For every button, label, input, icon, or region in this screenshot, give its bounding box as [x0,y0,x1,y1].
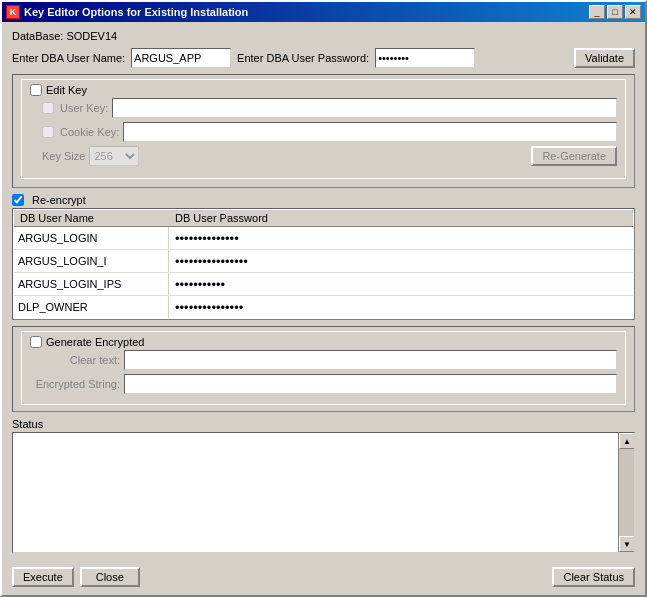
username-cell-2: ARGUS_LOGIN_I [14,250,169,272]
key-size-select[interactable]: 256 128 512 [89,146,139,166]
clear-text-input[interactable] [124,350,617,370]
status-box: ▲ ▼ [12,432,635,553]
scroll-track [619,449,634,536]
encrypted-string-label: Encrypted String: [30,378,120,390]
edit-key-label[interactable]: Edit Key [46,84,87,96]
user-key-label: User Key: [60,102,108,114]
validate-button[interactable]: Validate [574,48,635,68]
main-window: K Key Editor Options for Existing Instal… [0,0,647,597]
password-input-4[interactable] [173,297,629,317]
user-key-row: User Key: [42,98,617,118]
close-button[interactable]: Close [80,567,140,587]
regenerate-button[interactable]: Re-Generate [531,146,617,166]
re-encrypt-section: Re-encrypt DB User Name DB User Password… [12,194,635,320]
edit-key-checkbox[interactable] [30,84,42,96]
cookie-key-row: Cookie Key: [42,122,617,142]
scroll-down-button[interactable]: ▼ [619,536,635,552]
col-header-username: DB User Name [20,212,175,224]
edit-key-section: Edit Key User Key: Cookie Key: Key Size [12,74,635,188]
edit-key-checkbox-row: Edit Key [30,84,617,96]
clear-text-row: Clear text: [30,350,617,370]
title-bar: K Key Editor Options for Existing Instal… [2,2,645,22]
dba-credentials-row: Enter DBA User Name: Enter DBA User Pass… [12,48,635,68]
password-input-3[interactable] [173,274,629,294]
database-row: DataBase: SODEV14 [12,30,635,42]
database-label: DataBase: SODEV14 [12,30,117,42]
status-scrollbar: ▲ ▼ [618,433,634,552]
execute-button[interactable]: Execute [12,567,74,587]
generate-encrypted-checkbox-row: Generate Encrypted [30,336,617,348]
minimize-button[interactable]: _ [589,5,605,19]
dba-username-input[interactable] [131,48,231,68]
cookie-key-input[interactable] [123,122,617,142]
clear-status-button[interactable]: Clear Status [552,567,635,587]
bottom-left-buttons: Execute Close [12,567,140,587]
password-input-2[interactable] [173,251,629,271]
title-bar-left: K Key Editor Options for Existing Instal… [6,5,248,19]
user-key-input[interactable] [112,98,617,118]
re-encrypt-table: DB User Name DB User Password ARGUS_LOGI… [12,208,635,320]
password-cell-3 [169,273,633,295]
window-icon: K [6,5,20,19]
re-encrypt-checkbox-row: Re-encrypt [12,194,635,206]
password-cell-4 [169,296,633,318]
encrypted-string-row: Encrypted String: [30,374,617,394]
close-button[interactable]: ✕ [625,5,641,19]
cookie-key-checkbox[interactable] [42,126,54,138]
table-row: DLP_OWNER [14,296,633,318]
password-cell-2 [169,250,633,272]
status-label: Status [12,418,635,430]
generate-encrypted-checkbox[interactable] [30,336,42,348]
key-size-label: Key Size [42,150,85,162]
title-buttons: _ □ ✕ [589,5,641,19]
dba-username-label: Enter DBA User Name: [12,52,125,64]
bottom-bar: Execute Close Clear Status [2,561,645,595]
username-cell-4: DLP_OWNER [14,296,169,318]
re-encrypt-label[interactable]: Re-encrypt [32,194,86,206]
encrypted-string-input[interactable] [124,374,617,394]
status-section: Status ▲ ▼ [12,418,635,553]
dba-password-label: Enter DBA User Password: [237,52,369,64]
col-header-password: DB User Password [175,212,268,224]
key-size-row: Key Size 256 128 512 Re-Generate [42,146,617,166]
username-cell-3: ARGUS_LOGIN_IPS [14,273,169,295]
generate-encrypted-label[interactable]: Generate Encrypted [46,336,144,348]
table-row: ARGUS_LOGIN [14,227,633,250]
window-title: Key Editor Options for Existing Installa… [24,6,248,18]
user-key-checkbox[interactable] [42,102,54,114]
password-cell-1 [169,227,633,249]
table-row: ARGUS_LOGIN_I [14,250,633,273]
table-row: ARGUS_LOGIN_IPS [14,273,633,296]
content-area: DataBase: SODEV14 Enter DBA User Name: E… [2,22,645,561]
status-content [13,433,618,552]
password-input-1[interactable] [173,228,629,248]
username-cell-1: ARGUS_LOGIN [14,227,169,249]
clear-text-label: Clear text: [30,354,120,366]
dba-password-input[interactable] [375,48,475,68]
generate-encrypted-section: Generate Encrypted Clear text: Encrypted… [12,326,635,412]
scroll-up-button[interactable]: ▲ [619,433,635,449]
cookie-key-label: Cookie Key: [60,126,119,138]
re-encrypt-checkbox[interactable] [12,194,24,206]
maximize-button[interactable]: □ [607,5,623,19]
